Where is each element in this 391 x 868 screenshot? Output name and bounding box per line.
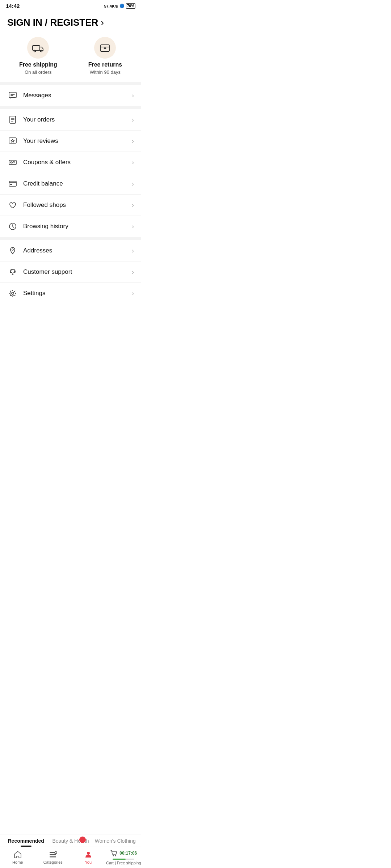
- svg-point-12: [12, 249, 13, 250]
- svg-rect-4: [9, 92, 16, 98]
- battery-icon: 70%: [126, 3, 135, 9]
- bluetooth-icon: 🔵: [119, 4, 125, 8]
- addresses-label: Addresses: [23, 247, 132, 254]
- menu-item-followed-shops[interactable]: Followed shops ›: [0, 195, 141, 216]
- addresses-icon: [7, 247, 18, 255]
- benefit-shipping-subtitle: On all orders: [25, 69, 51, 75]
- benefit-shipping: Free shipping On all orders: [19, 37, 57, 75]
- menu-item-orders[interactable]: Your orders ›: [0, 109, 141, 131]
- speed-indicator: 57.4K/s: [104, 4, 118, 8]
- reviews-icon: [7, 137, 18, 145]
- svg-rect-9: [9, 181, 16, 186]
- browsing-history-icon: [7, 222, 18, 230]
- orders-icon: [7, 116, 18, 124]
- divider-1: [0, 106, 141, 109]
- menu-section-1: Messages ›: [0, 85, 141, 106]
- followed-shops-arrow: ›: [132, 201, 134, 209]
- menu-section-2: Your orders › Your reviews › Coupons & o…: [0, 109, 141, 237]
- addresses-arrow: ›: [132, 247, 134, 255]
- sign-in-link[interactable]: SIGN IN / REGISTER: [7, 17, 104, 28]
- menu-item-messages[interactable]: Messages ›: [0, 85, 141, 106]
- messages-arrow: ›: [132, 92, 134, 99]
- svg-point-1: [34, 50, 36, 52]
- customer-support-icon: [7, 268, 18, 276]
- svg-point-2: [41, 50, 42, 52]
- menu-item-support[interactable]: Customer support ›: [0, 261, 141, 283]
- menu-item-browsing-history[interactable]: Browsing history ›: [0, 216, 141, 237]
- support-label: Customer support: [23, 268, 132, 276]
- status-icons: 57.4K/s 🔵 70%: [104, 3, 135, 9]
- coupons-icon: [7, 158, 18, 166]
- reviews-arrow: ›: [132, 137, 134, 145]
- browsing-history-label: Browsing history: [23, 223, 132, 230]
- benefits-section: Free shipping On all orders Free returns…: [0, 32, 141, 85]
- shipping-truck-icon: [32, 42, 44, 54]
- coupons-arrow: ›: [132, 159, 134, 166]
- orders-arrow: ›: [132, 116, 134, 124]
- returns-icon-circle: [94, 37, 116, 59]
- menu-item-coupons[interactable]: Coupons & offers ›: [0, 152, 141, 173]
- benefit-returns: Free returns Within 90 days: [88, 37, 122, 75]
- svg-point-8: [10, 162, 12, 163]
- returns-box-icon: [99, 42, 111, 54]
- settings-icon: [7, 289, 18, 297]
- credit-label: Credit balance: [23, 180, 132, 187]
- followed-shops-label: Followed shops: [23, 201, 132, 209]
- menu-item-settings[interactable]: Settings ›: [0, 283, 141, 304]
- reviews-label: Your reviews: [23, 137, 132, 145]
- shipping-icon-circle: [27, 37, 49, 59]
- svg-rect-10: [10, 184, 12, 185]
- menu-item-addresses[interactable]: Addresses ›: [0, 240, 141, 261]
- menu-item-credit[interactable]: Credit balance ›: [0, 173, 141, 195]
- followed-shops-icon: [7, 201, 18, 209]
- coupons-label: Coupons & offers: [23, 159, 132, 166]
- menu-section-3: Addresses › Customer support › Settings …: [0, 240, 141, 304]
- benefit-shipping-title: Free shipping: [19, 61, 57, 68]
- credit-icon: [7, 180, 18, 188]
- status-time: 14:42: [6, 3, 20, 9]
- settings-arrow: ›: [132, 290, 134, 297]
- sign-in-section: SIGN IN / REGISTER: [0, 10, 141, 32]
- browsing-history-arrow: ›: [132, 223, 134, 230]
- menu-item-reviews[interactable]: Your reviews ›: [0, 131, 141, 152]
- orders-label: Your orders: [23, 116, 132, 123]
- divider-2: [0, 237, 141, 240]
- svg-point-13: [11, 269, 14, 273]
- svg-point-14: [12, 292, 14, 294]
- support-arrow: ›: [132, 268, 134, 276]
- svg-rect-0: [33, 46, 40, 50]
- messages-icon: [7, 92, 18, 99]
- benefit-returns-title: Free returns: [88, 61, 122, 68]
- svg-rect-6: [9, 138, 16, 143]
- settings-label: Settings: [23, 290, 132, 297]
- messages-label: Messages: [23, 92, 132, 99]
- bottom-spacer: [0, 304, 141, 348]
- benefit-returns-subtitle: Within 90 days: [90, 69, 121, 75]
- status-bar: 14:42 57.4K/s 🔵 70%: [0, 0, 141, 10]
- credit-arrow: ›: [132, 180, 134, 188]
